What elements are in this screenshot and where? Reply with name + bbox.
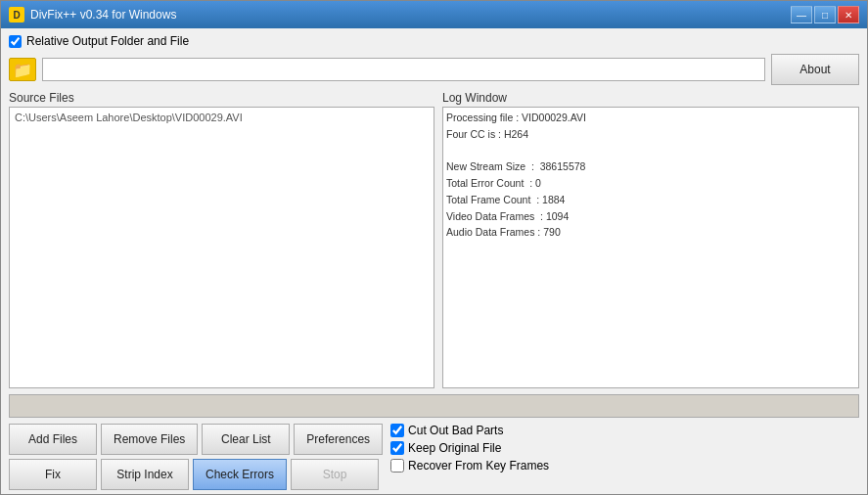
log-window-panel: Log Window Processing file : VID00029.AV… [442, 91, 859, 388]
source-files-list[interactable]: C:\Users\Aseem Lahore\Desktop\VID00029.A… [9, 107, 434, 388]
log-line-8: Audio Data Frames : 790 [446, 225, 855, 241]
buttons-row-1: Add Files Remove Files Clear List Prefer… [9, 424, 383, 455]
app-icon: D [9, 7, 24, 22]
cut-out-bad-parts-row: Cut Out Bad Parts [390, 424, 549, 437]
log-line-4: New Stream Size : 38615578 [446, 159, 855, 175]
clear-list-button[interactable]: Clear List [202, 424, 290, 455]
keep-original-file-label: Keep Original File [408, 441, 501, 455]
bottom-buttons: Add Files Remove Files Clear List Prefer… [9, 424, 383, 490]
log-window-content: Processing file : VID00029.AVI Four CC i… [442, 107, 859, 388]
keep-original-file-row: Keep Original File [390, 441, 549, 455]
options-checkboxes: Cut Out Bad Parts Keep Original File Rec… [390, 424, 549, 472]
window-content: Relative Output Folder and File About So… [1, 28, 867, 494]
source-files-label: Source Files [9, 91, 434, 105]
maximize-button[interactable]: □ [814, 6, 836, 23]
log-text: Processing file : VID00029.AVI Four CC i… [446, 111, 855, 241]
log-line-6: Total Frame Count : 1884 [446, 193, 855, 208]
fix-button[interactable]: Fix [9, 459, 97, 490]
cut-out-bad-parts-label: Cut Out Bad Parts [408, 424, 503, 437]
preferences-button[interactable]: Preferences [294, 424, 383, 455]
main-window: D DivFix++ v0.34 for Windows — □ ✕ Relat… [0, 0, 868, 495]
path-input[interactable] [42, 58, 765, 81]
minimize-button[interactable]: — [791, 6, 812, 23]
strip-index-button[interactable]: Strip Index [101, 459, 189, 490]
top-row: About [9, 54, 859, 85]
add-files-button[interactable]: Add Files [9, 424, 97, 455]
buttons-row-2: Fix Strip Index Check Errors Stop [9, 459, 383, 490]
relative-output-row: Relative Output Folder and File [9, 34, 859, 48]
keep-original-file-checkbox[interactable] [390, 441, 404, 455]
stop-button[interactable]: Stop [291, 459, 379, 490]
log-line-1: Processing file : VID00029.AVI [446, 111, 855, 126]
remove-files-button[interactable]: Remove Files [101, 424, 198, 455]
close-button[interactable]: ✕ [838, 6, 859, 23]
log-line-2: Four CC is : H264 [446, 127, 855, 143]
folder-button[interactable] [9, 58, 36, 81]
log-line-3 [446, 144, 855, 159]
progress-bar [9, 394, 859, 418]
recover-from-key-frames-row: Recover From Key Frames [390, 459, 549, 472]
log-line-7: Video Data Frames : 1094 [446, 209, 855, 225]
bottom-section: Add Files Remove Files Clear List Prefer… [9, 424, 859, 490]
relative-output-checkbox[interactable] [9, 35, 22, 48]
check-errors-button[interactable]: Check Errors [193, 459, 287, 490]
window-title: DivFix++ v0.34 for Windows [30, 8, 791, 22]
log-window-label: Log Window [442, 91, 859, 105]
window-controls: — □ ✕ [791, 6, 859, 23]
source-files-panel: Source Files C:\Users\Aseem Lahore\Deskt… [9, 91, 434, 388]
log-line-5: Total Error Count : 0 [446, 176, 855, 192]
recover-from-key-frames-label: Recover From Key Frames [408, 459, 549, 472]
title-bar: D DivFix++ v0.34 for Windows — □ ✕ [1, 1, 867, 28]
relative-output-label: Relative Output Folder and File [26, 34, 189, 48]
recover-from-key-frames-checkbox[interactable] [390, 459, 404, 472]
panels: Source Files C:\Users\Aseem Lahore\Deskt… [9, 91, 859, 388]
cut-out-bad-parts-checkbox[interactable] [390, 424, 404, 437]
list-item: C:\Users\Aseem Lahore\Desktop\VID00029.A… [13, 111, 431, 124]
about-button[interactable]: About [771, 54, 859, 85]
